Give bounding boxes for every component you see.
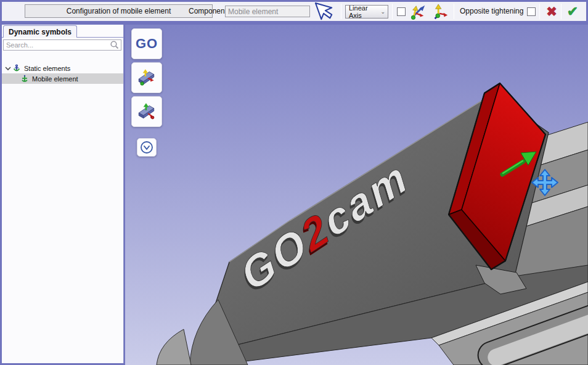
selection-cursor-icon[interactable]	[313, 2, 337, 21]
tree-label: Static elements	[24, 65, 70, 72]
toolbar-separator	[539, 4, 540, 19]
axis-type-dropdown[interactable]: Linear Axis ⌄	[345, 5, 388, 18]
axis-option-checkbox[interactable]	[397, 7, 406, 16]
confirm-button[interactable]: ✔	[564, 3, 581, 20]
top-toolbar: Configuration of mobile element Componen…	[2, 2, 586, 21]
anchor-mobile-icon	[20, 75, 30, 83]
component-input[interactable]	[225, 6, 310, 17]
toolbar-separator	[341, 4, 341, 19]
chevron-down-icon[interactable]	[5, 66, 12, 71]
configuration-title-button[interactable]: Configuration of mobile element	[25, 4, 213, 18]
symbols-tree: Static elements Mobile element	[2, 63, 123, 84]
axis-type-value: Linear Axis	[349, 4, 380, 19]
toolbar-separator	[561, 4, 561, 19]
search-box	[3, 39, 121, 51]
tree-label: Mobile element	[32, 75, 78, 83]
opposite-tightening-label: Opposite tightening	[460, 2, 523, 21]
search-input[interactable]	[4, 41, 110, 49]
chevron-down-icon: ⌄	[380, 9, 385, 15]
element-orientation-icon	[136, 67, 157, 88]
rotary-axis-triad-icon[interactable]	[408, 3, 428, 20]
toolbar-separator	[392, 4, 393, 19]
cancel-button[interactable]: ✖	[543, 3, 560, 20]
tree-row-static-elements[interactable]: Static elements	[2, 63, 123, 73]
tab-strip: Dynamic symbols	[2, 25, 123, 38]
more-options-button[interactable]	[137, 138, 157, 157]
chevron-down-circle-icon	[140, 141, 153, 154]
application-window: GO2cam GO2cam Configuration of mobile el…	[0, 0, 588, 365]
3d-viewport[interactable]: GO2cam GO2cam	[125, 25, 588, 365]
component-label: Component	[189, 2, 227, 21]
search-icon[interactable]	[110, 40, 120, 50]
opposite-tightening-checkbox[interactable]	[527, 7, 536, 16]
tab-dynamic-symbols[interactable]: Dynamic symbols	[3, 25, 77, 38]
tree-row-mobile-element[interactable]: Mobile element	[2, 73, 123, 84]
element-direction-icon	[136, 101, 157, 122]
anchor-static-icon	[12, 64, 22, 73]
dynamic-symbols-panel: Dynamic symbols	[2, 25, 124, 363]
go-button[interactable]: GO	[131, 28, 162, 59]
toolbar-separator	[454, 4, 454, 19]
element-direction-button[interactable]	[131, 96, 162, 127]
element-orientation-button[interactable]	[131, 62, 162, 93]
linear-axis-triad-icon[interactable]	[430, 3, 450, 20]
